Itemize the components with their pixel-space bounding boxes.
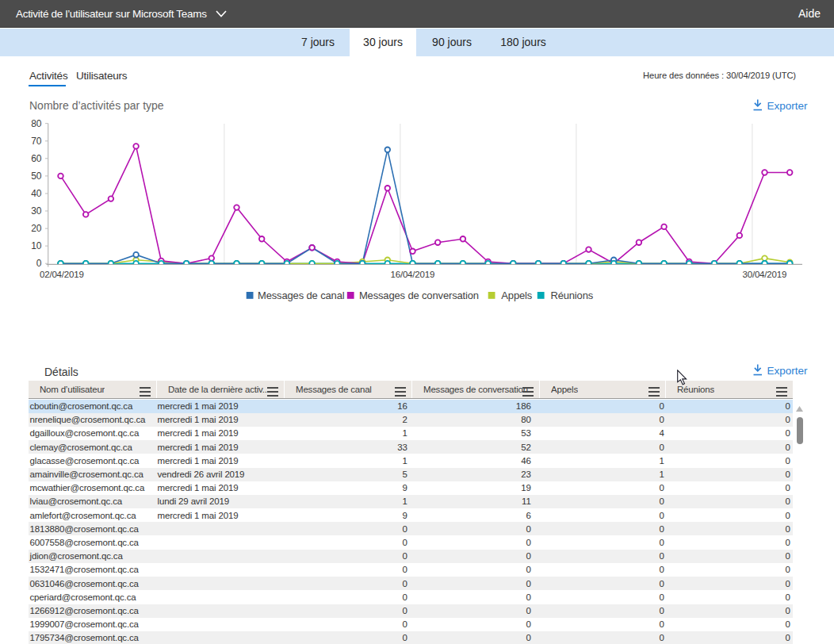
svg-text:Appels: Appels (501, 289, 532, 301)
svg-text:0: 0 (36, 258, 42, 269)
svg-text:20: 20 (31, 223, 42, 234)
svg-text:80: 80 (31, 118, 42, 129)
svg-text:02/04/2019: 02/04/2019 (40, 270, 84, 279)
svg-text:40: 40 (31, 188, 42, 199)
svg-text:60: 60 (31, 153, 42, 164)
svg-text:Messages de conversation: Messages de conversation (359, 289, 479, 301)
svg-text:50: 50 (31, 171, 42, 182)
svg-text:30/04/2019: 30/04/2019 (743, 270, 787, 279)
svg-text:Réunions: Réunions (550, 289, 593, 301)
svg-text:Messages de canal: Messages de canal (258, 289, 345, 301)
svg-text:70: 70 (31, 136, 42, 147)
svg-text:16/04/2019: 16/04/2019 (391, 270, 435, 279)
svg-text:10: 10 (31, 240, 42, 251)
svg-text:30: 30 (31, 205, 42, 217)
